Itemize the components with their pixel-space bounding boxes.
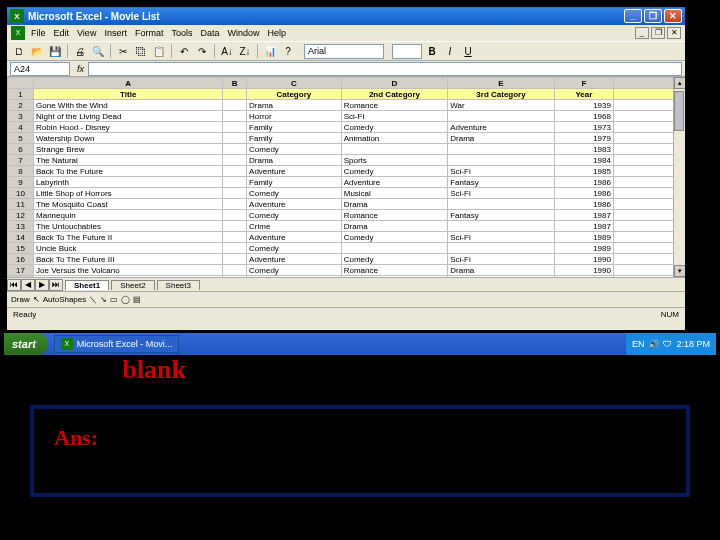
cell[interactable]: 1990 bbox=[554, 265, 613, 276]
cell[interactable]: 1986 bbox=[554, 177, 613, 188]
cell[interactable]: Crime bbox=[247, 221, 342, 232]
col-header-d[interactable]: D bbox=[341, 78, 448, 89]
bold-icon[interactable]: B bbox=[424, 43, 440, 59]
name-box[interactable] bbox=[10, 62, 70, 76]
new-icon[interactable]: 🗋 bbox=[11, 43, 27, 59]
cell[interactable]: Labyrinth bbox=[34, 177, 223, 188]
font-size-input[interactable] bbox=[392, 44, 422, 59]
tab-nav-next[interactable]: ▶ bbox=[35, 279, 49, 291]
cell[interactable] bbox=[448, 144, 555, 155]
cell[interactable]: Adventure bbox=[247, 166, 342, 177]
select-all-corner[interactable] bbox=[8, 78, 34, 89]
cell[interactable]: Back To The Future II bbox=[34, 232, 223, 243]
menu-view[interactable]: View bbox=[77, 28, 96, 38]
fx-button[interactable]: fx bbox=[77, 64, 84, 74]
cell[interactable]: Mannequin bbox=[34, 210, 223, 221]
close-button[interactable]: ✕ bbox=[664, 9, 682, 23]
row-header[interactable]: 7 bbox=[8, 155, 34, 166]
cell[interactable] bbox=[223, 133, 247, 144]
menu-tools[interactable]: Tools bbox=[171, 28, 192, 38]
sort-desc-icon[interactable]: Z↓ bbox=[237, 43, 253, 59]
doc-close[interactable]: ✕ bbox=[667, 27, 681, 39]
sheet-tab-2[interactable]: Sheet2 bbox=[111, 280, 154, 290]
cell[interactable]: Comedy bbox=[247, 243, 342, 254]
menu-window[interactable]: Window bbox=[227, 28, 259, 38]
cell[interactable] bbox=[223, 243, 247, 254]
doc-restore[interactable]: ❐ bbox=[651, 27, 665, 39]
cell[interactable]: Musical bbox=[341, 188, 448, 199]
cell[interactable] bbox=[223, 265, 247, 276]
textbox-icon[interactable]: ▤ bbox=[133, 295, 141, 304]
cell[interactable]: Comedy bbox=[341, 232, 448, 243]
line-icon[interactable]: ＼ bbox=[89, 294, 97, 305]
cell[interactable]: So I Married an Axe Murderer bbox=[34, 276, 223, 278]
row-header[interactable]: 8 bbox=[8, 166, 34, 177]
cell[interactable]: Strange Brew bbox=[34, 144, 223, 155]
cell[interactable] bbox=[448, 199, 555, 210]
cell[interactable] bbox=[448, 111, 555, 122]
row-header[interactable]: 15 bbox=[8, 243, 34, 254]
row-header[interactable]: 6 bbox=[8, 144, 34, 155]
cell[interactable]: Comedy bbox=[247, 265, 342, 276]
rectangle-icon[interactable]: ▭ bbox=[110, 295, 118, 304]
cell[interactable]: Adventure bbox=[341, 177, 448, 188]
cell[interactable]: Romance bbox=[341, 210, 448, 221]
oval-icon[interactable]: ◯ bbox=[121, 295, 130, 304]
cell[interactable]: Back To The Future III bbox=[34, 254, 223, 265]
cell[interactable] bbox=[448, 276, 555, 278]
cell[interactable]: 1979 bbox=[554, 133, 613, 144]
tab-nav-first[interactable]: ⏮ bbox=[7, 279, 21, 291]
menu-file[interactable]: File bbox=[31, 28, 46, 38]
open-icon[interactable]: 📂 bbox=[29, 43, 45, 59]
cell[interactable]: The Untouchables bbox=[34, 221, 223, 232]
cell[interactable]: 1989 bbox=[554, 232, 613, 243]
maximize-button[interactable]: ❐ bbox=[644, 9, 662, 23]
cell[interactable]: Romance bbox=[341, 100, 448, 111]
row-header[interactable]: 10 bbox=[8, 188, 34, 199]
row-header[interactable]: 11 bbox=[8, 199, 34, 210]
cell[interactable]: The Mosquito Coast bbox=[34, 199, 223, 210]
header-cell[interactable]: 2nd Category bbox=[341, 89, 448, 100]
cell[interactable] bbox=[448, 221, 555, 232]
col-header-c[interactable]: C bbox=[247, 78, 342, 89]
cell[interactable]: 1984 bbox=[554, 155, 613, 166]
cell[interactable] bbox=[223, 254, 247, 265]
help-icon[interactable]: ? bbox=[280, 43, 296, 59]
cell[interactable]: Watership Down bbox=[34, 133, 223, 144]
cell[interactable]: Comedy bbox=[247, 188, 342, 199]
cell[interactable]: Drama bbox=[247, 155, 342, 166]
cell[interactable] bbox=[448, 155, 555, 166]
cell[interactable] bbox=[223, 177, 247, 188]
cell[interactable]: Sci-Fi bbox=[341, 111, 448, 122]
cell[interactable]: Family bbox=[247, 122, 342, 133]
clock[interactable]: 2:18 PM bbox=[676, 339, 710, 349]
font-name-input[interactable] bbox=[304, 44, 384, 59]
row-header[interactable]: 4 bbox=[8, 122, 34, 133]
cell[interactable]: Adventure bbox=[448, 122, 555, 133]
cell[interactable]: Adventure bbox=[247, 254, 342, 265]
worksheet-icon[interactable]: X bbox=[11, 26, 25, 40]
cut-icon[interactable]: ✂ bbox=[115, 43, 131, 59]
scroll-thumb[interactable] bbox=[674, 91, 684, 131]
cell[interactable]: Fantasy bbox=[448, 177, 555, 188]
cell[interactable] bbox=[223, 111, 247, 122]
menu-insert[interactable]: Insert bbox=[104, 28, 127, 38]
cell[interactable]: Drama bbox=[247, 100, 342, 111]
header-cell[interactable]: 3rd Category bbox=[448, 89, 555, 100]
tray-icon[interactable]: 🔊 bbox=[648, 339, 659, 349]
cell[interactable]: Sci-Fi bbox=[448, 188, 555, 199]
cell[interactable]: Gone With the Wind bbox=[34, 100, 223, 111]
autoshapes-menu[interactable]: AutoShapes bbox=[43, 295, 87, 304]
copy-icon[interactable]: ⿻ bbox=[133, 43, 149, 59]
sheet-tab-1[interactable]: Sheet1 bbox=[65, 280, 109, 290]
row-header[interactable]: 16 bbox=[8, 254, 34, 265]
formula-input[interactable] bbox=[88, 62, 682, 76]
cell[interactable]: Animation bbox=[341, 133, 448, 144]
paste-icon[interactable]: 📋 bbox=[151, 43, 167, 59]
language-indicator[interactable]: EN bbox=[632, 339, 645, 349]
cell[interactable]: Sci-Fi bbox=[448, 254, 555, 265]
cell[interactable]: 1968 bbox=[554, 111, 613, 122]
cell[interactable]: Drama bbox=[341, 199, 448, 210]
cell[interactable]: 1939 bbox=[554, 100, 613, 111]
preview-icon[interactable]: 🔍 bbox=[90, 43, 106, 59]
